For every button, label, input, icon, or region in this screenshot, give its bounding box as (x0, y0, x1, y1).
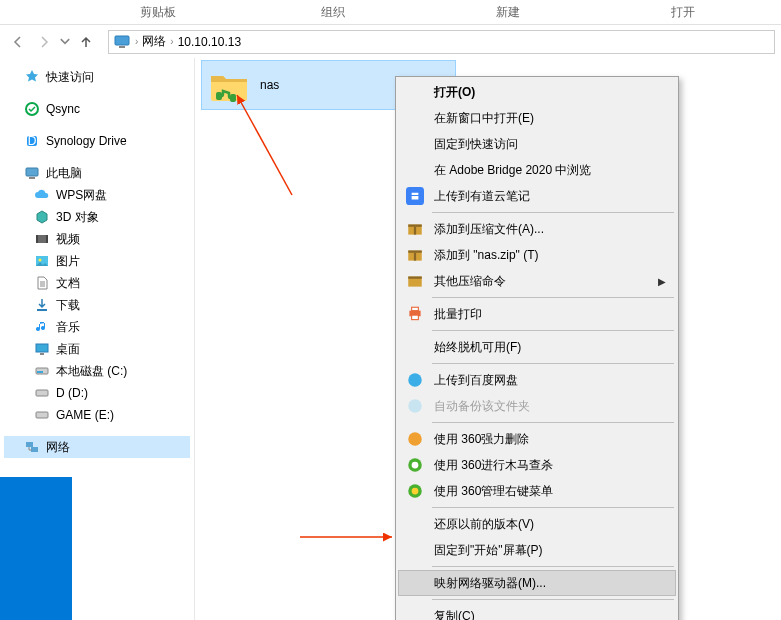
svg-rect-30 (408, 277, 422, 279)
separator (432, 330, 674, 331)
svg-rect-6 (29, 177, 35, 179)
360-icon (406, 456, 424, 474)
qsync[interactable]: Qsync (4, 98, 190, 120)
ribbon-tab-open[interactable]: 打开 (595, 0, 770, 24)
cloud-icon (34, 187, 50, 203)
disk-icon (34, 407, 50, 423)
monitor-icon (113, 33, 131, 51)
item-label: 下载 (56, 297, 80, 314)
star-icon (24, 69, 40, 85)
chevron-right-icon: ▶ (658, 276, 666, 287)
quick-access[interactable]: 快速访问 (4, 66, 190, 88)
network-label: 网络 (46, 439, 70, 456)
network-icon (24, 439, 40, 455)
ctx-pin-quick[interactable]: 固定到快速访问 (398, 131, 676, 157)
svg-point-11 (39, 259, 42, 262)
ctx-autobak: 自动备份该文件夹 (398, 393, 676, 419)
ctx-label: 自动备份该文件夹 (434, 398, 530, 415)
ctx-zip-other[interactable]: 其他压缩命令▶ (398, 268, 676, 294)
video-icon (34, 231, 50, 247)
ctx-360-menu[interactable]: 使用 360管理右键菜单 (398, 478, 676, 504)
synology-label: Synology Drive (46, 134, 127, 148)
ribbon-tabs: 剪贴板 组织 新建 打开 (0, 0, 781, 25)
ribbon-tab-new[interactable]: 新建 (420, 0, 595, 24)
sidebar-pictures[interactable]: 图片 (4, 250, 190, 272)
synology-icon: D (24, 133, 40, 149)
sidebar-wps[interactable]: WPS网盘 (4, 184, 190, 206)
ctx-label: 上传到百度网盘 (434, 372, 518, 389)
disk-icon (34, 363, 50, 379)
item-label: 视频 (56, 231, 80, 248)
svg-rect-16 (36, 390, 48, 396)
address-path[interactable]: 10.10.10.13 (178, 35, 241, 49)
document-icon (34, 275, 50, 291)
ctx-zip-add[interactable]: 添加到压缩文件(A)... (398, 216, 676, 242)
ctx-360-delete[interactable]: 使用 360强力删除 (398, 426, 676, 452)
ctx-label: 在 Adobe Bridge 2020 中浏览 (434, 162, 591, 179)
sidebar-music[interactable]: 音乐 (4, 316, 190, 338)
svg-rect-20 (216, 92, 222, 100)
qsync-icon (24, 101, 40, 117)
svg-point-38 (412, 462, 419, 469)
ctx-new-window[interactable]: 在新窗口中打开(E) (398, 105, 676, 131)
ctx-label: 其他压缩命令 (434, 273, 506, 290)
ctx-label: 还原以前的版本(V) (434, 516, 534, 533)
sidebar-desktop[interactable]: 桌面 (4, 338, 190, 360)
this-pc[interactable]: 此电脑 (4, 162, 190, 184)
chevron-right-icon: › (170, 36, 173, 47)
separator (432, 363, 674, 364)
svg-rect-0 (115, 36, 129, 45)
ctx-label: 使用 360管理右键菜单 (434, 483, 553, 500)
forward-button[interactable] (32, 30, 56, 54)
synology-drive[interactable]: D Synology Drive (4, 130, 190, 152)
360-icon (406, 430, 424, 448)
nav-bar: › 网络 › 10.10.10.13 (0, 25, 781, 58)
ctx-pin-start[interactable]: 固定到"开始"屏幕(P) (398, 537, 676, 563)
ctx-offline[interactable]: 始终脱机可用(F) (398, 334, 676, 360)
pc-icon (24, 165, 40, 181)
printer-icon (406, 305, 424, 323)
sidebar-disk-e[interactable]: GAME (E:) (4, 404, 190, 426)
separator (432, 297, 674, 298)
download-icon (34, 297, 50, 313)
sidebar-videos[interactable]: 视频 (4, 228, 190, 250)
address-bar[interactable]: › 网络 › 10.10.10.13 (108, 30, 775, 54)
ctx-label: 使用 360强力删除 (434, 431, 529, 448)
item-label: 3D 对象 (56, 209, 99, 226)
svg-rect-19 (31, 447, 38, 452)
ctx-label: 使用 360进行木马查杀 (434, 457, 553, 474)
svg-rect-28 (414, 253, 416, 261)
sidebar-downloads[interactable]: 下载 (4, 294, 190, 316)
ctx-youdao[interactable]: 上传到有道云笔记 (398, 183, 676, 209)
sidebar-disk-c[interactable]: 本地磁盘 (C:) (4, 360, 190, 382)
archive-icon (406, 272, 424, 290)
ctx-open[interactable]: 打开(O) (398, 79, 676, 105)
cube-icon (34, 209, 50, 225)
ctx-360-trojan[interactable]: 使用 360进行木马查杀 (398, 452, 676, 478)
sidebar-disk-d[interactable]: D (D:) (4, 382, 190, 404)
sidebar-documents[interactable]: 文档 (4, 272, 190, 294)
sidebar-network[interactable]: 网络 (4, 436, 190, 458)
ctx-map-drive[interactable]: 映射网络驱动器(M)... (398, 570, 676, 596)
ribbon-tab-clipboard[interactable]: 剪贴板 (70, 0, 245, 24)
separator (432, 507, 674, 508)
ctx-restore[interactable]: 还原以前的版本(V) (398, 511, 676, 537)
back-button[interactable] (6, 30, 30, 54)
ctx-batch-print[interactable]: 批量打印 (398, 301, 676, 327)
ctx-label: 添加到压缩文件(A)... (434, 221, 544, 238)
address-root[interactable]: 网络 (142, 33, 166, 50)
svg-rect-9 (46, 235, 48, 243)
ctx-copy[interactable]: 复制(C) (398, 603, 676, 620)
music-icon (34, 319, 50, 335)
item-label: D (D:) (56, 386, 88, 400)
ctx-label: 复制(C) (434, 608, 475, 621)
history-dropdown[interactable] (58, 30, 72, 54)
ctx-zip-nas[interactable]: 添加到 "nas.zip" (T) (398, 242, 676, 268)
ribbon-tab-organize[interactable]: 组织 (245, 0, 420, 24)
up-button[interactable] (74, 30, 98, 54)
ctx-adobe-bridge[interactable]: 在 Adobe Bridge 2020 中浏览 (398, 157, 676, 183)
ctx-label: 上传到有道云笔记 (434, 188, 530, 205)
sidebar-3d[interactable]: 3D 对象 (4, 206, 190, 228)
folder-label: nas (260, 78, 279, 92)
ctx-baidu[interactable]: 上传到百度网盘 (398, 367, 676, 393)
